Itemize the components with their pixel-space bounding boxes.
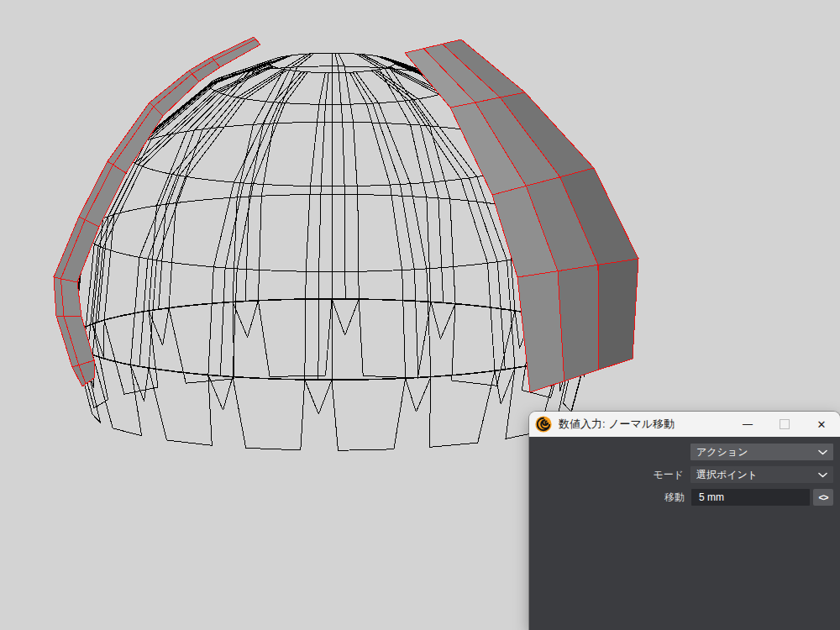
move-row: 移動 <> <box>664 489 833 506</box>
mode-dropdown[interactable]: 選択ポイント <box>690 466 833 483</box>
move-value-input[interactable] <box>691 489 810 506</box>
mode-dropdown-value: 選択ポイント <box>696 468 758 482</box>
action-dropdown-value: アクション <box>696 445 748 459</box>
numeric-input-dialog: 数値入力: ノーマル移動 — ✕ アクション モード 選択ポイント <box>529 412 840 630</box>
close-button[interactable]: ✕ <box>803 412 840 437</box>
action-row: アクション <box>690 444 833 460</box>
minimize-button[interactable]: — <box>729 412 766 437</box>
metasequoia-logo-icon <box>535 416 552 433</box>
mode-row: モード 選択ポイント <box>653 466 833 483</box>
move-label: 移動 <box>664 491 685 505</box>
dialog-body: アクション モード 選択ポイント 移動 <box>529 437 840 630</box>
selected-faces-right[interactable] <box>405 39 638 392</box>
dialog-title: 数値入力: ノーマル移動 <box>559 417 729 432</box>
maximize-button[interactable] <box>766 412 803 437</box>
dialog-titlebar[interactable]: 数値入力: ノーマル移動 — ✕ <box>529 412 840 437</box>
action-dropdown[interactable]: アクション <box>690 444 833 460</box>
mode-label: モード <box>653 468 684 482</box>
value-stepper-button[interactable]: <> <box>813 489 833 506</box>
chevron-down-icon <box>818 449 827 455</box>
maximize-icon <box>780 419 790 429</box>
chevron-down-icon <box>818 472 827 478</box>
